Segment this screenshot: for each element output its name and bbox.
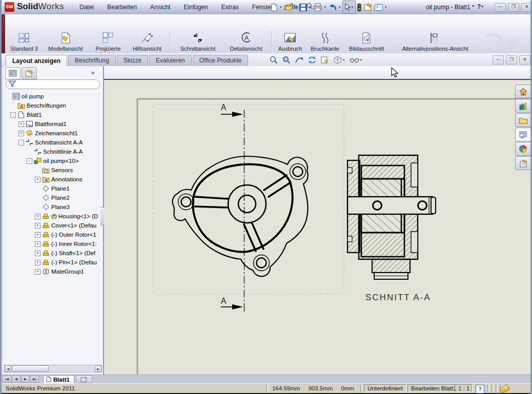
ribbon-broken-out-section-button[interactable]: Ausbruch: [274, 30, 306, 53]
help-menu[interactable]: ?▾: [477, 3, 484, 10]
print-caret[interactable]: ▾: [324, 5, 326, 9]
zoom-fit-icon[interactable]: [269, 55, 278, 65]
feature-tree-tab[interactable]: [5, 67, 21, 79]
menu-einfuegen[interactable]: Einfügen: [177, 2, 214, 12]
tree-row-root[interactable]: oil pump: [4, 92, 101, 101]
tree-item-label[interactable]: (-) Outer Rotor<1: [51, 232, 96, 238]
tree-item-label[interactable]: (-) Pin<1> (Defau: [51, 259, 97, 265]
save-caret[interactable]: ▾: [309, 5, 311, 9]
drawing-view-front[interactable]: A A: [153, 103, 344, 313]
tree-row[interactable]: +Cover<1> (Defau: [4, 221, 101, 230]
display-style-icon[interactable]: ▾: [333, 55, 346, 65]
drawing-view-section[interactable]: SCHNITT A-A: [347, 155, 436, 302]
zoom-area-icon[interactable]: [282, 55, 291, 65]
select-caret[interactable]: ▾: [352, 5, 354, 9]
drawing-sheet-svg[interactable]: A A: [104, 81, 532, 375]
tree-expander[interactable]: +: [35, 223, 40, 229]
rotate-view-icon[interactable]: [308, 55, 317, 65]
quick-tips-help-button[interactable]: ?: [476, 385, 484, 393]
open-caret[interactable]: ▾: [295, 5, 297, 9]
tree-item-label[interactable]: MateGroup1: [51, 268, 84, 275]
tree-item-label[interactable]: (-) Inner Rotor<1:: [51, 241, 97, 247]
draft-quality-icon[interactable]: [320, 55, 330, 65]
tab-layout-anzeigen[interactable]: Layout anzeigen: [6, 55, 67, 67]
panel-expand-chevrons[interactable]: »: [91, 69, 95, 76]
tree-item-label[interactable]: Zeichenansicht1: [35, 130, 78, 136]
custom-properties-button[interactable]: [515, 156, 530, 170]
panel-horizontal-scrollbar[interactable]: ◀ ▶: [4, 365, 102, 372]
tree-row[interactable]: Plane3: [4, 202, 101, 212]
sheet-nav-prev-button[interactable]: ◀: [12, 376, 21, 383]
tree-expander[interactable]: +: [18, 131, 24, 136]
add-sheet-button[interactable]: [76, 375, 92, 383]
tree-row[interactable]: +(-) Pin<1> (Defau: [4, 258, 101, 267]
tree-row[interactable]: +(f) Housing<1> (D: [4, 212, 101, 221]
sheet-nav-last-button[interactable]: ▶|: [30, 376, 39, 383]
view-palette-button[interactable]: [515, 128, 530, 141]
tree-row[interactable]: +(-) Shaft<1> (Def: [4, 248, 101, 258]
tree-expander[interactable]: +: [18, 121, 24, 127]
tree-row[interactable]: -Blatt1: [4, 110, 101, 119]
close-button[interactable]: ✕: [521, 3, 532, 12]
tree-row[interactable]: Plane1: [4, 184, 101, 193]
doc-close-button[interactable]: ✕: [519, 55, 530, 65]
tree-row[interactable]: ABeschriftungen: [4, 101, 101, 110]
doc-restore-button[interactable]: ❐: [506, 55, 517, 65]
tree-item-label[interactable]: Cover<1> (Defau: [51, 222, 96, 229]
menu-datei[interactable]: Datei: [73, 2, 100, 12]
design-library-button[interactable]: [515, 99, 530, 113]
property-manager-tab[interactable]: [22, 67, 37, 79]
tree-row[interactable]: +Blattformat1: [4, 119, 101, 129]
tree-item-label[interactable]: Blatt1: [27, 112, 42, 118]
sheet-nav-next-button[interactable]: ▶: [21, 376, 30, 383]
tree-row[interactable]: -Schnittansicht A-A: [4, 138, 101, 147]
tree-item-label[interactable]: (-) Shaft<1> (Def: [51, 250, 95, 256]
sheet-tab-blatt1[interactable]: Blatt1: [43, 375, 74, 384]
view-settings-caret[interactable]: ▾: [360, 58, 362, 62]
tree-expander[interactable]: +: [35, 232, 40, 238]
options-caret[interactable]: ▾: [385, 5, 387, 9]
tree-expander[interactable]: -: [10, 112, 16, 118]
tree-expander[interactable]: +: [35, 251, 40, 256]
tree-row[interactable]: Plane2: [4, 193, 101, 202]
doc-minimize-button[interactable]: —: [493, 55, 504, 65]
file-properties-button[interactable]: [363, 2, 373, 13]
ribbon-break-button[interactable]: Bruchkante: [306, 30, 344, 53]
options-button[interactable]: [374, 2, 384, 13]
pan-icon[interactable]: [295, 55, 304, 65]
tree-filter-input[interactable]: [6, 79, 100, 89]
tree-row[interactable]: +MateGroup1: [4, 267, 101, 276]
view-settings-glasses-icon[interactable]: ▾: [350, 56, 363, 64]
tree-expander[interactable]: -: [18, 140, 24, 146]
tree-expander[interactable]: -: [27, 158, 32, 164]
save-button[interactable]: [298, 2, 308, 13]
undo-caret[interactable]: ▾: [339, 5, 341, 9]
print-button[interactable]: [313, 2, 323, 13]
ribbon-auxiliary-view-button[interactable]: Hilfsansicht: [127, 30, 168, 53]
tree-item-label[interactable]: Beschriftungen: [27, 102, 66, 109]
tree-item-label[interactable]: Schnittlinie A-A: [43, 149, 83, 155]
drawing-canvas[interactable]: A A: [104, 81, 532, 375]
rebuild-traffic-light-icon[interactable]: [356, 2, 362, 13]
undo-button[interactable]: [328, 2, 338, 13]
ribbon-model-view-button[interactable]: Modellansicht: [42, 30, 90, 53]
tab-office-produkte[interactable]: Office Produkte: [193, 55, 249, 66]
tree-expander[interactable]: +: [35, 214, 40, 219]
new-document-button[interactable]: [269, 2, 279, 13]
scrollbar-thumb[interactable]: [12, 365, 49, 372]
scroll-left-button[interactable]: ◀: [5, 365, 11, 372]
tree-expander[interactable]: +: [35, 177, 40, 182]
select-tool-button[interactable]: ▾: [342, 1, 356, 14]
appearances-button[interactable]: [515, 142, 530, 156]
tree-item-label[interactable]: Blattformat1: [35, 121, 67, 127]
tree-item-label[interactable]: oil pump: [22, 93, 44, 99]
ribbon-alternate-position-button[interactable]: Alternativpositions-Ansicht: [389, 30, 481, 53]
maximize-button[interactable]: ❐: [508, 3, 519, 12]
tab-skizze[interactable]: Skizze: [117, 55, 148, 66]
display-style-caret[interactable]: ▾: [343, 58, 345, 62]
new-caret[interactable]: ▾: [280, 5, 282, 9]
tree-item-label[interactable]: oil pump<10>: [43, 158, 79, 164]
tree-item-label[interactable]: (f) Housing<1> (D: [51, 213, 98, 219]
tab-beschriftung[interactable]: Beschriftung: [68, 55, 116, 66]
ribbon-detail-view-button[interactable]: A Detailansicht: [223, 30, 269, 53]
